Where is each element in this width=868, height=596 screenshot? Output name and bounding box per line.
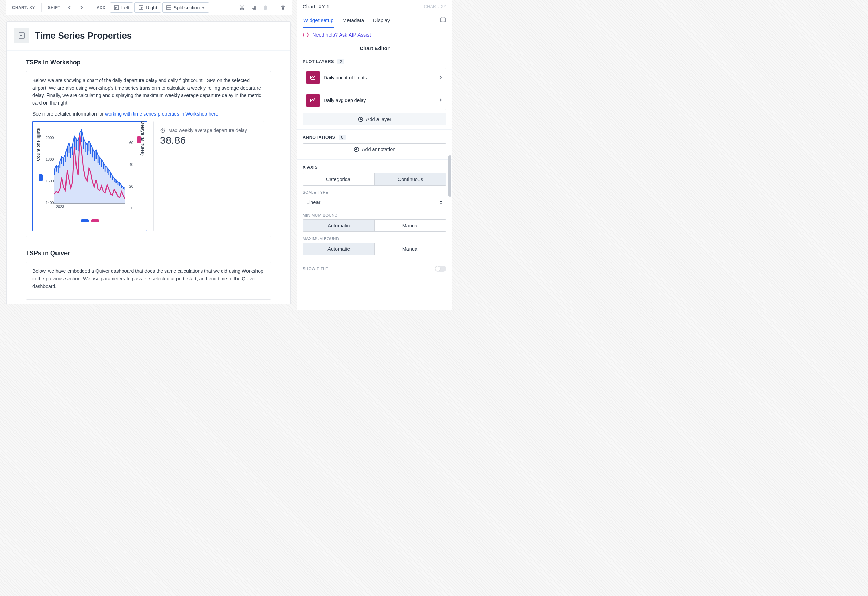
inspector-tabs: Widget setup Metadata Display	[297, 13, 452, 28]
chart-line-icon	[307, 94, 320, 107]
chart-svg	[55, 127, 125, 204]
seg-manual[interactable]: Manual	[374, 243, 446, 255]
chevron-right-icon	[438, 98, 443, 103]
legend	[37, 219, 143, 222]
scale-type-label: SCALE TYPE	[303, 191, 446, 195]
y-right-tick: 20	[129, 184, 133, 188]
add-annotation-label: Add annotation	[362, 146, 396, 152]
min-bound-segment: Automatic Manual	[303, 219, 446, 232]
layer-label: Daily count of flights	[324, 75, 367, 80]
y-left-tick: 1800	[46, 157, 54, 161]
annotations-block: ANNOTATIONS 0 Add annotation	[297, 130, 452, 160]
aip-assist-text: Need help? Ask AIP Assist	[312, 32, 371, 38]
inspector-breadcrumb: CHART: XY	[424, 4, 446, 9]
inspector-panel: Chart: XY 1 CHART: XY Widget setup Metad…	[297, 0, 452, 311]
add-left-button[interactable]: Left	[110, 2, 133, 13]
x-axis-type-segment: Categorical Continuous	[303, 173, 446, 186]
paste-icon	[260, 2, 271, 13]
split-section-label: Split section	[174, 5, 199, 10]
add-left-label: Left	[121, 5, 129, 10]
plot-layers-block: PLOT LAYERS 2 Daily count of flights Dai…	[297, 54, 452, 130]
docs-icon[interactable]	[440, 14, 446, 27]
tab-display[interactable]: Display	[372, 13, 391, 28]
plot-layers-count: 2	[338, 59, 345, 65]
x-axis-label: X AXIS	[303, 164, 446, 170]
svg-rect-10	[20, 35, 22, 36]
annotations-count: 0	[338, 135, 346, 140]
canvas-scroll[interactable]: Time Series Properties TSPs in Workshop …	[0, 15, 297, 311]
select-caret-icon	[439, 200, 443, 205]
add-label: ADD	[94, 5, 109, 10]
x-tick: 2023	[56, 204, 64, 209]
add-annotation-button[interactable]: Add annotation	[303, 143, 446, 155]
section-body: Below, we have embedded a Quiver dashboa…	[26, 262, 271, 299]
y-right-tick: 40	[129, 163, 133, 167]
layer-item[interactable]: Daily avg dep delay	[303, 91, 446, 110]
section-paragraph: Below, we have embedded a Quiver dashboa…	[32, 268, 264, 290]
y-left-tick: 1600	[46, 179, 54, 183]
plus-circle-icon	[358, 117, 363, 122]
y-right-tick: 60	[129, 141, 133, 145]
tab-widget-setup[interactable]: Widget setup	[303, 13, 334, 28]
show-title-row: SHOW TITLE	[297, 262, 452, 275]
svg-point-4	[243, 8, 244, 10]
assist-icon	[303, 32, 309, 38]
workshop-tsp-link[interactable]: working with time series properties in W…	[105, 111, 218, 117]
document-icon	[14, 28, 29, 43]
stopwatch-icon	[160, 128, 165, 133]
show-title-toggle[interactable]	[435, 266, 446, 272]
metric-label-text: Max weekly average departure delay	[168, 128, 247, 133]
section-paragraph: Below, we are showing a chart of the dai…	[32, 77, 264, 107]
legend-swatch-blue	[81, 219, 89, 222]
svg-rect-9	[20, 34, 24, 34]
max-bound-label: MAXIMUM BOUND	[303, 237, 446, 241]
series-swatch-pink	[137, 136, 141, 143]
seg-auto[interactable]: Automatic	[303, 220, 374, 231]
aip-assist-link[interactable]: Need help? Ask AIP Assist	[297, 28, 452, 41]
section-title: TSPs in Quiver	[26, 250, 271, 257]
svg-point-3	[240, 8, 241, 10]
x-axis-block: X AXIS Categorical Continuous SCALE TYPE…	[297, 160, 452, 262]
seg-auto[interactable]: Automatic	[303, 243, 374, 255]
divider	[274, 3, 275, 12]
scale-type-select[interactable]: Linear	[303, 197, 446, 209]
metric-card: Max weekly average departure delay 38.86	[154, 121, 264, 231]
copy-icon[interactable]	[248, 2, 259, 13]
add-layer-button[interactable]: Add a layer	[303, 114, 446, 125]
xy-chart[interactable]: Count of Flights Delays (Minutes)	[32, 121, 147, 231]
plus-circle-icon	[354, 146, 359, 152]
seg-continuous[interactable]: Continuous	[374, 173, 446, 185]
y-left-axis-label: Count of Flights	[36, 128, 41, 161]
shift-left-icon[interactable]	[65, 2, 75, 13]
section-body: Below, we are showing a chart of the dai…	[26, 71, 271, 237]
plot-area	[55, 127, 125, 204]
add-right-label: Right	[146, 5, 157, 10]
cut-icon[interactable]	[237, 2, 247, 13]
divider	[41, 3, 42, 12]
split-section-button[interactable]: Split section	[162, 2, 209, 13]
shift-right-icon[interactable]	[76, 2, 87, 13]
trash-icon[interactable]	[278, 2, 288, 13]
show-title-label: SHOW TITLE	[303, 267, 328, 271]
tab-metadata[interactable]: Metadata	[342, 13, 365, 28]
layer-label: Daily avg dep delay	[324, 98, 366, 103]
section-title: TSPs in Workshop	[26, 59, 271, 66]
inspector-title: Chart: XY 1	[303, 3, 329, 9]
chevron-right-icon	[438, 75, 443, 80]
y-left-tick: 2000	[46, 136, 54, 140]
section-quiver: TSPs in Quiver Below, we have embedded a…	[7, 241, 290, 303]
layer-item[interactable]: Daily count of flights	[303, 68, 446, 87]
add-right-button[interactable]: Right	[134, 2, 161, 13]
seg-categorical[interactable]: Categorical	[303, 173, 374, 185]
page-title: Time Series Properties	[35, 30, 132, 41]
shift-label: SHIFT	[45, 5, 63, 10]
legend-swatch-pink	[92, 219, 99, 222]
add-layer-label: Add a layer	[366, 117, 391, 122]
series-swatch-blue	[38, 174, 43, 181]
max-bound-segment: Automatic Manual	[303, 243, 446, 255]
svg-rect-6	[264, 6, 267, 10]
y-right-axis-label: Delays (Minutes)	[140, 121, 145, 155]
seg-manual[interactable]: Manual	[374, 220, 446, 231]
svg-rect-5	[252, 6, 255, 9]
svg-rect-7	[265, 6, 266, 7]
